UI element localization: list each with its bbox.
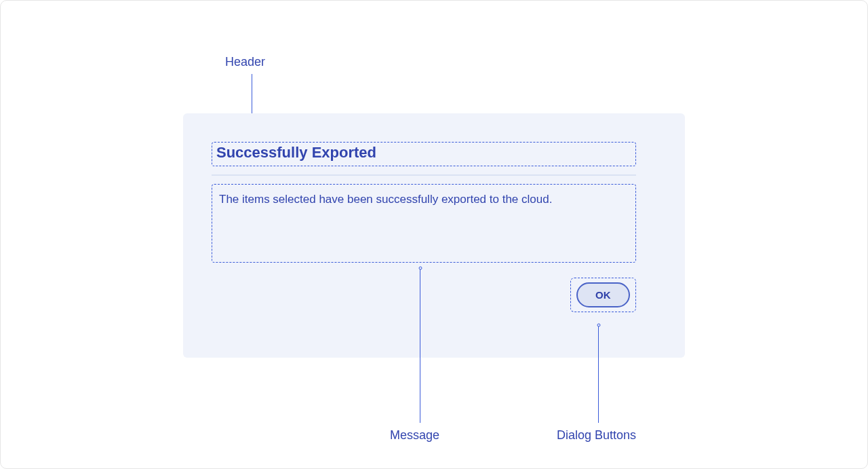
dialog-card: Successfully Exported The items selected… — [183, 113, 685, 358]
annotation-label-buttons: Dialog Buttons — [557, 428, 636, 443]
annotation-label-message: Message — [390, 428, 439, 443]
dialog-buttons-row: OK — [212, 278, 636, 312]
dialog-header-region: Successfully Exported — [212, 142, 636, 166]
dialog-message: The items selected have been successfull… — [219, 191, 629, 208]
connector-line — [420, 269, 420, 423]
dialog-message-region: The items selected have been successfull… — [212, 184, 636, 263]
ok-button[interactable]: OK — [576, 282, 630, 307]
dialog-divider — [212, 174, 636, 176]
connector-line — [598, 326, 599, 423]
annotation-label-header: Header — [225, 55, 265, 69]
dialog-buttons-region: OK — [570, 278, 636, 312]
dialog-header: Successfully Exported — [216, 144, 631, 162]
